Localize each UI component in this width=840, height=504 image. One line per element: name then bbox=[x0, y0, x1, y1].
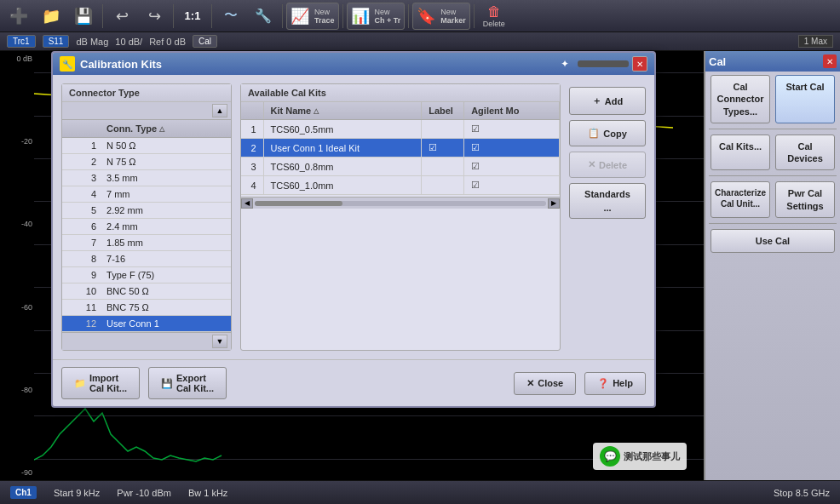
conn-num: 1 bbox=[62, 138, 101, 154]
dialog-title-icon: 🔧 bbox=[60, 56, 75, 72]
delete-label: Delete bbox=[599, 160, 627, 170]
connector-scroll-down[interactable]: ▼ bbox=[212, 335, 227, 348]
copy-label: Copy bbox=[603, 129, 627, 139]
standards-label: Standards bbox=[584, 189, 630, 199]
conn-type: BNC 50 Ω bbox=[101, 284, 231, 300]
kit-name-sort[interactable]: Kit Name △ bbox=[271, 106, 319, 116]
sort-arrow-conn: △ bbox=[159, 125, 164, 133]
kits-scrollbar[interactable]: ◀ ▶ bbox=[241, 197, 560, 209]
scroll-right-btn[interactable]: ▶ bbox=[548, 198, 560, 209]
conn-num: 6 bbox=[62, 219, 101, 235]
scroll-left-btn[interactable]: ◀ bbox=[241, 198, 253, 209]
kit-name-label: Kit Name bbox=[271, 106, 312, 116]
kit-row[interactable]: 2 User Conn 1 Ideal Kit ☑ ☑ bbox=[241, 139, 560, 158]
conn-type: N 50 Ω bbox=[101, 138, 231, 154]
watermark: 💬 测试那些事儿 bbox=[593, 443, 687, 470]
connector-row[interactable]: 1 N 50 Ω bbox=[62, 138, 231, 154]
dialog-title-left: 🔧 Calibration Kits bbox=[60, 56, 162, 72]
help-btn[interactable]: ❓ Help bbox=[584, 372, 646, 395]
delete-btn[interactable]: ✕ Delete bbox=[569, 152, 646, 178]
conn-type: 3.5 mm bbox=[101, 170, 231, 186]
kit-num: 1 bbox=[241, 120, 263, 139]
conn-type: 7 mm bbox=[101, 186, 231, 203]
kit-label bbox=[422, 158, 464, 176]
conn-type-label: Conn. Type bbox=[106, 123, 157, 134]
conn-num: 3 bbox=[62, 170, 101, 186]
connector-row[interactable]: 12 User Conn 1 bbox=[62, 316, 231, 332]
connector-row[interactable]: 2 N 75 Ω bbox=[62, 154, 231, 170]
connector-num-col bbox=[62, 120, 101, 138]
help-icon: ❓ bbox=[597, 378, 609, 389]
connector-row[interactable]: 5 2.92 mm bbox=[62, 203, 231, 219]
connector-row[interactable]: 8 7-16 bbox=[62, 251, 231, 267]
add-icon: ＋ bbox=[592, 94, 601, 107]
copy-btn[interactable]: 📋 Copy bbox=[569, 120, 646, 146]
action-panel: ＋ Add 📋 Copy ✕ Delete Standards ... bbox=[569, 83, 646, 351]
kit-num-col bbox=[241, 102, 263, 120]
connector-tbody: 1 N 50 Ω 2 N 75 Ω 3 3.5 mm 4 7 mm 5 2.92… bbox=[62, 138, 231, 332]
kit-name: TCS60_0.5mm bbox=[263, 120, 422, 139]
kit-agilent: ☑ bbox=[464, 139, 560, 158]
conn-num: 4 bbox=[62, 186, 101, 203]
copy-icon: 📋 bbox=[588, 128, 600, 139]
connector-header-row: Conn. Type △ bbox=[62, 120, 231, 138]
kit-label: ☑ bbox=[422, 139, 464, 158]
calkits-table: Kit Name △ Label Agilent Mo 1 TCS60_0.5m… bbox=[241, 102, 560, 195]
kit-name: TCS60_1.0mm bbox=[263, 176, 422, 195]
import-icon: 📁 bbox=[74, 378, 86, 389]
kit-num: 3 bbox=[241, 158, 263, 176]
conn-type: N 75 Ω bbox=[101, 154, 231, 170]
dialog-close-btn[interactable]: ✕ bbox=[632, 56, 647, 72]
kit-name: TCS60_0.8mm bbox=[263, 158, 422, 176]
kit-agilent: ☑ bbox=[464, 158, 560, 176]
connector-table: Conn. Type △ 1 N 50 Ω 2 N 75 Ω 3 3.5 mm bbox=[62, 120, 231, 332]
kit-label-col: Label bbox=[422, 102, 464, 120]
add-label: Add bbox=[605, 96, 623, 106]
kit-label bbox=[422, 176, 464, 195]
conn-type: 2.4 mm bbox=[101, 219, 231, 235]
connector-type-col: Conn. Type △ bbox=[101, 120, 231, 138]
conn-num: 8 bbox=[62, 251, 101, 267]
connector-type-sort[interactable]: Conn. Type △ bbox=[106, 123, 164, 134]
dialog-titlebar: 🔧 Calibration Kits ✦ ✕ bbox=[53, 53, 654, 75]
connector-scroll-up[interactable]: ▲ bbox=[212, 104, 227, 117]
export-icon: 💾 bbox=[161, 378, 173, 389]
dialog-footer: 📁 Import Cal Kit... 💾 Export Cal Kit... … bbox=[53, 359, 654, 406]
connector-row[interactable]: 3 3.5 mm bbox=[62, 170, 231, 186]
delete-icon: ✕ bbox=[588, 159, 595, 170]
conn-num: 11 bbox=[62, 300, 101, 316]
connector-row[interactable]: 10 BNC 50 Ω bbox=[62, 284, 231, 300]
kit-agilent: ☑ bbox=[464, 120, 560, 139]
help-label: Help bbox=[613, 378, 633, 388]
connector-type-header: Connector Type bbox=[62, 84, 231, 102]
dialog-body: Connector Type ▲ Conn. Type △ bbox=[53, 75, 654, 359]
connector-row[interactable]: 9 Type F (75) bbox=[62, 267, 231, 284]
import-btn[interactable]: 📁 Import Cal Kit... bbox=[61, 367, 140, 399]
import-label: Import Cal Kit... bbox=[89, 373, 127, 393]
kit-row[interactable]: 1 TCS60_0.5mm ☑ bbox=[241, 120, 560, 139]
standards-btn[interactable]: Standards ... bbox=[569, 183, 646, 219]
kit-num: 2 bbox=[241, 139, 263, 158]
kit-row[interactable]: 3 TCS60_0.8mm ☑ bbox=[241, 158, 560, 176]
add-btn[interactable]: ＋ Add bbox=[569, 87, 646, 115]
conn-num: 2 bbox=[62, 154, 101, 170]
close-icon: ✕ bbox=[526, 378, 534, 389]
close-btn[interactable]: ✕ Close bbox=[514, 372, 576, 395]
sort-arrow-kit: △ bbox=[314, 107, 319, 115]
connector-table-wrapper: Conn. Type △ 1 N 50 Ω 2 N 75 Ω 3 3.5 mm bbox=[62, 120, 231, 332]
dialog-title-text: Calibration Kits bbox=[80, 58, 162, 71]
conn-type: User Conn 1 bbox=[101, 316, 231, 332]
watermark-text: 测试那些事儿 bbox=[624, 450, 680, 463]
connector-row[interactable]: 11 BNC 75 Ω bbox=[62, 300, 231, 316]
export-btn[interactable]: 💾 Export Cal Kit... bbox=[148, 367, 227, 399]
kit-label bbox=[422, 120, 464, 139]
connector-row[interactable]: 4 7 mm bbox=[62, 186, 231, 203]
calkits-panel: Available Cal Kits Kit Name △ Label bbox=[240, 83, 561, 351]
connector-row[interactable]: 7 1.85 mm bbox=[62, 235, 231, 251]
kit-name-col: Kit Name △ bbox=[263, 102, 422, 120]
kit-row[interactable]: 4 TCS60_1.0mm ☑ bbox=[241, 176, 560, 195]
connector-row[interactable]: 6 2.4 mm bbox=[62, 219, 231, 235]
dialog-overlay: 🔧 Calibration Kits ✦ ✕ Connector Type ▲ bbox=[0, 0, 840, 504]
kit-agilent: ☑ bbox=[464, 176, 560, 195]
dialog-title-right: ✦ ✕ bbox=[561, 56, 647, 72]
